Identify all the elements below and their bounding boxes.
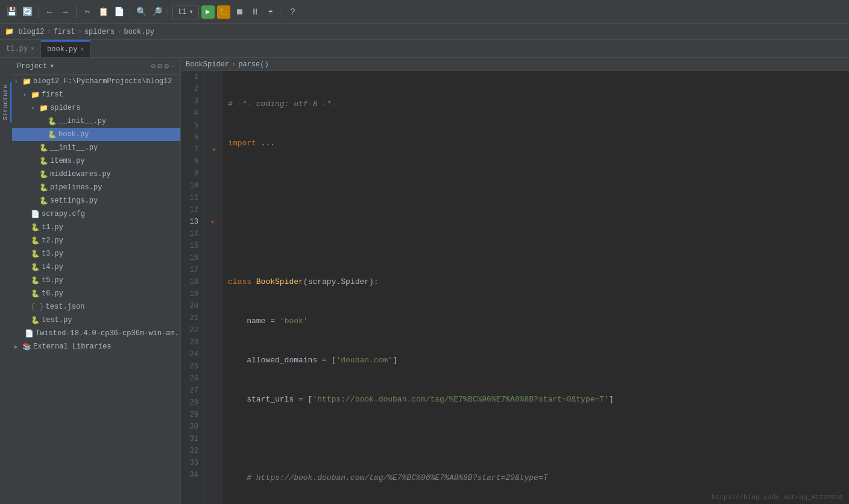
tree-item-twisted[interactable]: 📄 Twisted-18.4.0-cp36-cp36m-win-am... [12, 327, 180, 340]
tree-item-t5[interactable]: 🐍 t5.py [12, 274, 180, 287]
line-num-24: 24 [183, 348, 202, 361]
tree-label-twisted: Twisted-18.4.0-cp36-cp36m-win-am... [36, 329, 181, 338]
run-button[interactable]: ▶ [201, 5, 215, 19]
line-num-23: 23 [183, 336, 202, 348]
tree-label-items: items.py [50, 157, 85, 165]
sidebar-dropdown-icon: ▾ [49, 61, 54, 71]
tree-item-external-libs[interactable]: ▶ 📚 External Libraries [12, 340, 180, 353]
line-num-15: 15 [183, 240, 202, 252]
code-line-6: class BookSpider(scrapy.Spider): [228, 276, 849, 288]
fold-arrow-21: – [212, 315, 215, 321]
pause-button[interactable]: ⏸ [248, 5, 262, 19]
line-num-12: 12 [183, 204, 202, 216]
gutter-31 [205, 433, 223, 445]
breadcrumb-first[interactable]: first [54, 28, 75, 36]
code-line-4 [228, 207, 849, 219]
tree-label-t2: t2.py [42, 236, 63, 245]
tab-t1py-close[interactable]: × [31, 46, 34, 52]
redo-icon[interactable]: → [58, 5, 72, 19]
json-icon-test: { } [31, 303, 44, 311]
tree-item-blog12[interactable]: ▾ 📁 blog12 F:\PycharmProjects\blog12 [12, 75, 180, 88]
sidebar-locate-icon[interactable]: ⊙ [151, 61, 156, 71]
line-num-3: 3 [183, 95, 202, 107]
gutter-29 [205, 409, 223, 421]
gutter-33 [205, 457, 223, 469]
code-line-7: name = 'book' [228, 315, 849, 327]
toolbar-separator-2 [76, 6, 77, 18]
tab-bookpy-close[interactable]: × [80, 46, 84, 53]
code-line-2: import ... [228, 137, 849, 150]
stop-button[interactable]: ⏹ [233, 5, 246, 19]
code-editor[interactable]: 1 2 3 4 5 6 7 8 9 10 11 12 13 14 15 16 1… [181, 71, 849, 504]
breadcrumb-spiders[interactable]: spiders [84, 28, 115, 36]
fold-arrow-32: – [212, 448, 215, 454]
tab-bookpy-label: book.py [47, 45, 77, 54]
tree-item-pipelines[interactable]: 🐍 pipelines.py [12, 181, 180, 194]
replace-icon[interactable]: 🔎 [150, 5, 163, 19]
tree-item-t1[interactable]: 🐍 t1.py [12, 221, 180, 234]
tree-item-scrappy-cfg[interactable]: 📄 scrapy.cfg [12, 207, 180, 221]
tree-item-t6[interactable]: 🐍 t6.py [12, 287, 180, 300]
breadcrumb-bookpy[interactable]: book.py [124, 28, 154, 36]
help-icon[interactable]: ? [286, 5, 300, 19]
find-icon[interactable]: 🔍 [134, 5, 148, 19]
cfg-icon-scrapy: 📄 [31, 210, 40, 219]
tree-item-bookpy[interactable]: 🐍 book.py [12, 128, 180, 141]
code-content[interactable]: # -*- coding: utf-8 -*- import ... class… [223, 71, 849, 504]
external-libs-icon: 📚 [22, 342, 31, 351]
symbol-bar: BookSpider › parse() [181, 58, 849, 71]
sync-icon[interactable]: 🔄 [21, 5, 34, 19]
line-num-13: 13 [183, 216, 202, 228]
gutter-16 [205, 252, 223, 264]
tree-item-testjson[interactable]: { } test.json [12, 300, 180, 313]
gutter-34 [205, 469, 223, 481]
cut-icon[interactable]: ✂ [81, 5, 94, 19]
tree-label-t6: t6.py [42, 289, 63, 298]
undo-icon[interactable]: ← [43, 5, 56, 19]
tree-label-t1: t1.py [42, 223, 63, 232]
run-config-label: t1 [178, 8, 186, 16]
breadcrumb-blog12[interactable]: 📁 blog12 [5, 27, 44, 36]
tree-item-t3[interactable]: 🐍 t3.py [12, 247, 180, 260]
tree-item-t2[interactable]: 🐍 t2.py [12, 234, 180, 247]
tree-item-t4[interactable]: 🐍 t4.py [12, 260, 180, 274]
sidebar-collapse-icon[interactable]: ⊟ [158, 61, 163, 71]
python-icon-init-first: 🐍 [39, 143, 48, 153]
tree-item-settings[interactable]: 🐍 settings.py [12, 194, 180, 207]
tree-label-scrapy-cfg: scrapy.cfg [42, 210, 85, 218]
copy-icon[interactable]: 📋 [96, 5, 110, 19]
debug-button[interactable]: 🐛 [217, 5, 230, 19]
gutter-19 [205, 288, 223, 300]
tree-item-first[interactable]: ▾ 📁 first [12, 88, 180, 101]
gutter-2: + [205, 83, 223, 95]
run-config-selector[interactable]: t1 ▾ [172, 5, 199, 19]
vertical-tabs: Structure [0, 58, 12, 504]
gutter-11 [205, 192, 223, 204]
coverage-button[interactable]: ☂ [264, 5, 277, 19]
structure-tab[interactable]: Structure [1, 82, 11, 122]
sidebar-settings-icon[interactable]: ⚙ [164, 61, 169, 71]
folder-icon-blog12: 📁 [22, 77, 31, 86]
tree-label-settings: settings.py [50, 197, 98, 205]
toolbar-separator-4 [168, 6, 168, 18]
tree-item-testpy[interactable]: 🐍 test.py [12, 313, 180, 327]
python-icon-pipelines: 🐍 [39, 183, 48, 192]
tree-item-init-first[interactable]: 🐍 __init__.py [12, 141, 180, 154]
sidebar-header: Project ▾ ⊙ ⊟ ⚙ — [12, 58, 180, 75]
code-line-5 [228, 237, 849, 249]
python-icon-test: 🐍 [31, 316, 40, 325]
gutter-18 [205, 276, 223, 288]
tree-item-items[interactable]: 🐍 items.py [12, 154, 180, 168]
paste-icon[interactable]: 📄 [112, 5, 125, 19]
gutter-10 [205, 180, 223, 192]
gutter-28 [205, 397, 223, 409]
line-num-30: 30 [183, 421, 202, 433]
tab-t1py[interactable]: t1.py × [0, 40, 41, 57]
tree-item-spiders[interactable]: ▾ 📁 spiders [12, 101, 180, 115]
tab-bookpy[interactable]: book.py × [41, 40, 90, 57]
tree-item-middlewares[interactable]: 🐍 middlewares.py [12, 168, 180, 181]
save-icon[interactable]: 💾 [5, 5, 18, 19]
tree-arrow-blog12: ▾ [14, 78, 21, 85]
sidebar-hide-icon[interactable]: — [171, 61, 175, 71]
tree-item-init-spiders[interactable]: 🐍 __init__.py [12, 115, 180, 128]
